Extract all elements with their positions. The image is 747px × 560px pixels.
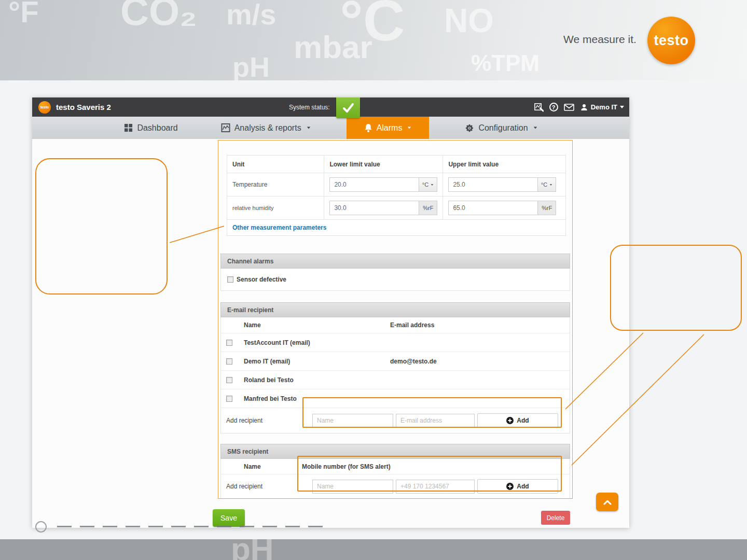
table-row-humidity: relative humidity %rF %rF bbox=[227, 197, 566, 220]
gear-icon bbox=[465, 123, 474, 133]
save-button[interactable]: Save bbox=[213, 509, 245, 527]
unit-label: Temperature bbox=[227, 173, 324, 197]
recipient-checkbox[interactable] bbox=[226, 377, 232, 383]
watermark-text: pH bbox=[232, 53, 270, 80]
alarm-settings-form: Unit Lower limit value Upper limit value… bbox=[218, 140, 573, 499]
delete-button[interactable]: Delete bbox=[541, 511, 570, 525]
titlebar: testo testo Saveris 2 System status: ? bbox=[32, 97, 629, 117]
humidity-lower-limit-input[interactable] bbox=[329, 201, 419, 215]
annotation-callout-left bbox=[35, 158, 168, 295]
tab-alarms[interactable]: Alarms bbox=[347, 117, 430, 139]
email-table-header: Name E-mail address bbox=[221, 317, 570, 333]
bell-icon bbox=[364, 123, 372, 133]
email-recipient-row: TestAccount IT (email) bbox=[221, 333, 570, 352]
system-status-ok-badge bbox=[336, 97, 360, 118]
humidity-upper-unit-addon: %rF bbox=[537, 201, 556, 215]
tab-label: Dashboard bbox=[137, 123, 177, 133]
annotation-highlight-sms-add bbox=[297, 456, 562, 492]
recipient-name: Demo IT (email) bbox=[244, 358, 390, 365]
dashboard-grid-icon bbox=[124, 123, 133, 132]
chevron-down-icon bbox=[307, 127, 310, 129]
other-measurement-parameters-link[interactable]: Other measurement parameters bbox=[232, 224, 326, 231]
user-name: Demo IT bbox=[591, 103, 617, 111]
recipient-name: Roland bei Testo bbox=[244, 376, 390, 384]
column-header-upper-limit: Upper limit value bbox=[443, 156, 566, 173]
recipient-checkbox[interactable] bbox=[226, 358, 232, 365]
tab-label: Analysis & reports bbox=[234, 123, 301, 133]
column-header-unit: Unit bbox=[227, 156, 324, 173]
chevron-up-icon bbox=[603, 499, 612, 505]
recipient-name: TestAccount IT (email) bbox=[244, 339, 390, 346]
chart-pen-icon[interactable] bbox=[534, 102, 544, 112]
footer-bar: pH bbox=[0, 539, 747, 560]
watermark-text: °F bbox=[8, 0, 39, 27]
chevron-down-icon bbox=[431, 184, 434, 186]
mail-icon[interactable] bbox=[564, 103, 574, 111]
column-header-name: Name bbox=[244, 463, 302, 470]
section-header: E-mail recipient bbox=[220, 302, 570, 317]
chevron-down-icon bbox=[408, 127, 411, 129]
humidity-upper-limit-input[interactable] bbox=[448, 201, 537, 215]
chevron-down-icon bbox=[620, 106, 624, 108]
temperature-upper-limit-input[interactable] bbox=[448, 177, 537, 192]
column-header-email: E-mail address bbox=[390, 321, 570, 329]
watermark-text: mbar bbox=[294, 31, 372, 63]
unit-value: °C bbox=[422, 181, 428, 188]
top-banner: °F CO₂ m/s °C mbar NO pH %TPM We measure… bbox=[0, 0, 747, 80]
watermark-text: m/s bbox=[226, 0, 276, 29]
chevron-down-icon bbox=[533, 127, 536, 129]
cut-off-footer-text bbox=[57, 526, 327, 527]
titlebar-actions: ? Demo IT bbox=[534, 97, 624, 117]
help-icon[interactable]: ? bbox=[549, 103, 558, 111]
recipient-checkbox[interactable] bbox=[226, 340, 232, 346]
recipient-email: demo@testo.de bbox=[390, 358, 570, 365]
user-icon bbox=[580, 103, 588, 111]
tab-label: Alarms bbox=[377, 123, 403, 133]
table-row-temperature: Temperature °C bbox=[227, 173, 566, 197]
annotation-highlight-email-add bbox=[302, 397, 562, 428]
testo-logo-small: testo bbox=[38, 101, 51, 114]
add-recipient-label: Add recipient bbox=[226, 417, 312, 424]
email-recipient-row: Roland bei Testo bbox=[221, 371, 570, 389]
tab-configuration[interactable]: Configuration bbox=[458, 117, 544, 139]
column-header-lower-limit: Lower limit value bbox=[324, 156, 443, 173]
watermark-text: pH bbox=[231, 539, 274, 560]
sensor-defective-label: Sensor defective bbox=[237, 276, 286, 283]
watermark-text: CO₂ bbox=[120, 0, 197, 31]
tab-analysis-reports[interactable]: Analysis & reports bbox=[214, 117, 318, 139]
limit-values-table: Unit Lower limit value Upper limit value… bbox=[227, 155, 566, 236]
tab-label: Configuration bbox=[478, 123, 528, 133]
recipient-checkbox[interactable] bbox=[226, 396, 232, 402]
column-header-name: Name bbox=[244, 321, 390, 329]
humidity-lower-unit-addon: %rF bbox=[419, 201, 437, 215]
temperature-lower-limit-input[interactable] bbox=[329, 177, 419, 192]
scroll-to-top-button[interactable] bbox=[596, 493, 618, 511]
system-status-label: System status: bbox=[289, 104, 330, 111]
unit-label: relative humidity bbox=[227, 197, 324, 220]
cut-off-icon bbox=[35, 521, 47, 533]
sensor-defective-row: Sensor defective bbox=[221, 269, 570, 290]
checkmark-icon bbox=[342, 102, 354, 114]
testo-logo: testo bbox=[647, 17, 695, 64]
section-header: Channel alarms bbox=[220, 254, 570, 269]
sensor-defective-checkbox[interactable] bbox=[227, 276, 233, 283]
navbar: Dashboard Analysis & reports Alarms Conf… bbox=[32, 117, 629, 139]
user-menu[interactable]: Demo IT bbox=[580, 103, 624, 111]
annotation-callout-right bbox=[610, 245, 742, 331]
tab-dashboard[interactable]: Dashboard bbox=[117, 117, 185, 139]
temperature-lower-unit-dropdown[interactable]: °C bbox=[419, 177, 437, 192]
watermark-text: NO bbox=[444, 4, 494, 37]
email-recipient-row: Demo IT (email) demo@testo.de bbox=[221, 352, 570, 371]
temperature-upper-unit-dropdown[interactable]: °C bbox=[537, 177, 556, 192]
chevron-down-icon bbox=[550, 184, 552, 186]
watermark-text: %TPM bbox=[471, 52, 540, 75]
unit-value: °C bbox=[541, 181, 547, 188]
app-title: testo Saveris 2 bbox=[56, 103, 111, 111]
brand-tagline: We measure it. bbox=[563, 33, 637, 46]
analysis-chart-icon bbox=[221, 123, 230, 132]
channel-alarms-section: Channel alarms Sensor defective bbox=[220, 254, 570, 291]
